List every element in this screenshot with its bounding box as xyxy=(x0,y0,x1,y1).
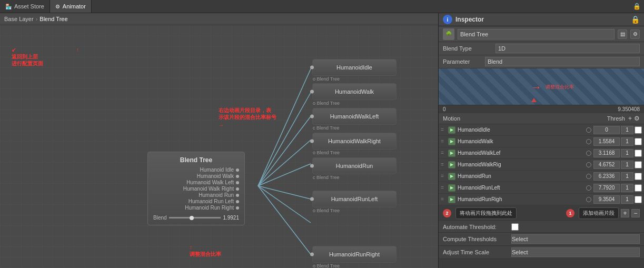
parameter-label: Parameter xyxy=(443,58,485,65)
breadcrumb-base[interactable]: Base Layer xyxy=(4,16,34,22)
motion-row-4: = ▶ HumanoidRun xyxy=(439,171,644,182)
thresh-col-label: Thresh xyxy=(583,115,625,122)
motion-checkbox-2[interactable] xyxy=(635,150,642,157)
motion-thresh-6[interactable] xyxy=(593,195,620,204)
tooltip-add: 添加动画片段 xyxy=(579,207,619,219)
node-row-run-label: Humanoid Run xyxy=(199,192,234,198)
motion-extra-0[interactable] xyxy=(621,126,633,134)
preview-numbers: 0 9.350408 xyxy=(439,105,644,113)
drag-handle-2[interactable]: = xyxy=(441,150,447,156)
annotation-right-note: 右边动画片段目录，表 示该片段的混合比率标号 → xyxy=(219,107,276,128)
motion-thresh-0[interactable] xyxy=(593,126,620,134)
blend-tree-name-input[interactable] xyxy=(458,29,615,39)
tab-lock-icon: 🔒 xyxy=(633,3,644,10)
motion-extra-6[interactable] xyxy=(621,195,633,204)
node-row-runleft: Humanoid Run Left xyxy=(153,198,239,204)
tab-animator-label: Animator xyxy=(63,3,86,9)
adjust-select[interactable]: Select xyxy=(511,247,640,257)
drag-handle-1[interactable]: = xyxy=(441,138,447,144)
motion-name-5: HumanoidRunLeft xyxy=(458,185,584,191)
motion-node-runleft[interactable]: HumanoidRunLeft o Blend Tree xyxy=(312,191,397,207)
node-dot-idle xyxy=(236,168,239,172)
breadcrumb-current[interactable]: Blend Tree xyxy=(39,16,67,22)
preview-max: 9.350408 xyxy=(618,106,640,112)
motion-circle-4[interactable] xyxy=(586,174,591,179)
drag-handle-0[interactable]: = xyxy=(441,127,447,133)
motion-checkbox-4[interactable] xyxy=(635,173,642,180)
motion-thresh-3[interactable] xyxy=(593,161,620,169)
blend-slider[interactable] xyxy=(169,217,221,219)
motion-checkbox-5[interactable] xyxy=(635,184,642,192)
drag-handle-4[interactable]: = xyxy=(441,173,447,179)
motion-extra-2[interactable] xyxy=(621,149,633,157)
add-animation-text: 添加动画片段 xyxy=(583,210,615,216)
compute-select[interactable]: Select xyxy=(511,234,640,244)
motion-icon-0: ▶ xyxy=(448,126,455,134)
motion-name-3: HumanoidWalkRig xyxy=(458,162,584,167)
motion-checkbox-6[interactable] xyxy=(635,196,642,203)
node-row-runright-label: Humanoid Run Right xyxy=(185,205,234,211)
motion-circle-2[interactable] xyxy=(586,151,591,156)
settings-icon[interactable]: ⚙ xyxy=(630,29,640,39)
motion-checkbox-0[interactable] xyxy=(635,126,642,134)
motion-circle-1[interactable] xyxy=(586,139,591,144)
node-row-runright: Humanoid Run Right xyxy=(153,205,239,211)
blend-type-label: Blend Type xyxy=(443,45,496,52)
motion-checkbox-3[interactable] xyxy=(635,161,642,168)
motion-thresh-1[interactable] xyxy=(593,137,620,146)
remove-motion-button[interactable]: − xyxy=(631,209,640,217)
motion-node-walk-sub: o Blend Tree xyxy=(313,101,340,106)
motion-icon-4: ▶ xyxy=(448,173,455,180)
motion-thresh-2[interactable] xyxy=(593,149,620,157)
svg-line-7 xyxy=(258,186,311,254)
automate-checkbox[interactable] xyxy=(511,223,519,231)
motion-row-3: = ▶ HumanoidWalkRig xyxy=(439,159,644,171)
motion-node-runright[interactable]: HumanoidRunRight o Blend Tree xyxy=(312,246,397,263)
icon-gear-header[interactable]: ⚙ xyxy=(634,115,640,122)
canvas-area[interactable]: ↙ 返回到上层 进行配置页面 ↑ 右边动画片段目录，表 示该片段的混合比率标号 … xyxy=(0,25,438,268)
motion-extra-5[interactable] xyxy=(621,184,633,192)
node-row-idle-label: Humanoid Idle xyxy=(200,167,234,173)
motion-icon-1: ▶ xyxy=(448,138,455,145)
motion-thresh-4[interactable] xyxy=(593,172,620,181)
parameter-select[interactable]: Blend xyxy=(485,57,640,66)
motion-node-runleft-label: HumanoidRunLeft xyxy=(331,196,378,202)
motion-node-idle[interactable]: HumanoidIdle o Blend Tree xyxy=(312,59,397,76)
motion-node-idle-sub: o Blend Tree xyxy=(313,76,340,82)
motion-node-walk[interactable]: HumanoidWalk o Blend Tree xyxy=(312,83,397,100)
motion-thresh-5[interactable] xyxy=(593,184,620,192)
motion-node-walkleft-sub: c Blend Tree xyxy=(313,125,340,131)
node-row-walkright: Humanoid Walk Right xyxy=(153,186,239,192)
motion-node-walkright[interactable]: HumanoidWalkRight o Blend Tree xyxy=(312,133,397,150)
motion-circle-6[interactable] xyxy=(586,197,591,202)
motion-row-1: = ▶ HumanoidWalk xyxy=(439,136,644,147)
motion-node-walk-label: HumanoidWalk xyxy=(335,88,374,95)
tab-animator[interactable]: ⚙ Animator xyxy=(50,0,92,13)
motion-checkbox-1[interactable] xyxy=(635,138,642,145)
motion-node-run[interactable]: HumanoidRun c Blend Tree xyxy=(312,157,397,174)
drag-target-text: 将动画片段拖拽到此处 xyxy=(460,210,512,216)
badge-num1: 1 xyxy=(566,209,574,217)
drag-handle-6[interactable]: = xyxy=(441,196,447,202)
inspector-header: i Inspector 🔒 xyxy=(439,13,644,26)
drag-handle-3[interactable]: = xyxy=(441,162,447,167)
motion-extra-3[interactable] xyxy=(621,161,633,169)
inspector-lock-icon[interactable]: 🔒 xyxy=(631,15,640,24)
motion-node-walkleft[interactable]: HumanoidWalkLeft c Blend Tree xyxy=(312,108,397,125)
adjust-time-scale-row: Adjust Time Scale Select xyxy=(439,246,644,259)
motion-circle-0[interactable] xyxy=(586,127,591,133)
motion-circle-5[interactable] xyxy=(586,185,591,191)
blend-type-select[interactable]: 1D 2D Simple Directional 2D Freeform Dir… xyxy=(496,44,640,53)
motion-circle-3[interactable] xyxy=(586,162,591,167)
dot-left-walkright xyxy=(310,140,314,143)
motion-extra-1[interactable] xyxy=(621,137,633,146)
blend-tree-node[interactable]: Blend Tree Humanoid Idle Humanoid Walk H… xyxy=(147,152,245,225)
drag-handle-5[interactable]: = xyxy=(441,185,447,191)
icon-plus-header[interactable]: + xyxy=(628,115,632,122)
motion-extra-4[interactable] xyxy=(621,172,633,181)
add-motion-button[interactable]: + xyxy=(621,209,629,217)
preview-annotation: 调整混合比率 xyxy=(546,83,574,90)
tab-asset-store[interactable]: 🏪 Asset Store xyxy=(0,0,50,13)
tab-bar: 🏪 Asset Store ⚙ Animator 🔒 xyxy=(0,0,644,13)
preset-icon[interactable]: ▤ xyxy=(618,29,627,39)
